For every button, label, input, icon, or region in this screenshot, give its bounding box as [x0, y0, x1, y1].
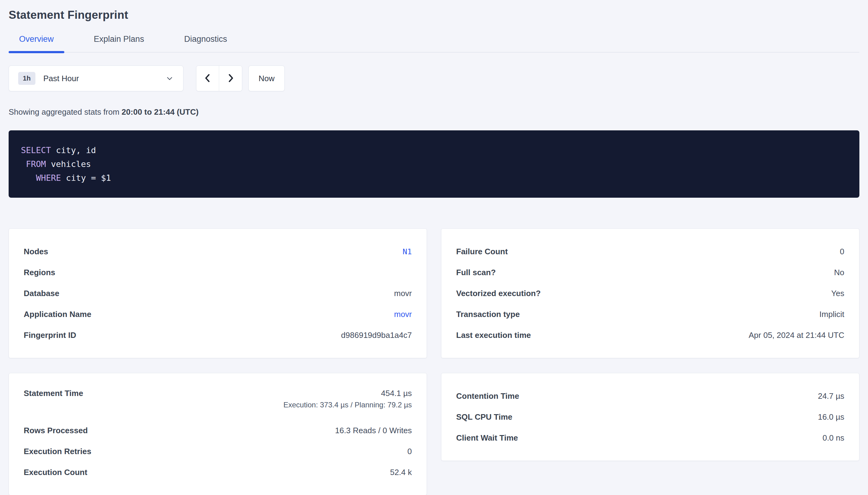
nodes-link[interactable]: N1 — [403, 247, 412, 256]
client-wait-time-value: 0.0 ns — [822, 433, 844, 443]
chevron-right-icon — [226, 73, 235, 84]
sql-text: city, id — [51, 146, 96, 155]
chevron-down-icon — [165, 74, 174, 83]
execution-count-label: Execution Count — [24, 468, 87, 477]
last-execution-value: Apr 05, 2024 at 21:44 UTC — [749, 330, 844, 340]
last-execution-label: Last execution time — [456, 330, 531, 340]
time-toolbar: 1h Past Hour Now — [9, 66, 859, 91]
stat-row-statement-time: Statement Time 454.1 µs Execution: 373.4… — [24, 386, 412, 420]
stats-cards-row: Statement Time 454.1 µs Execution: 373.4… — [9, 373, 859, 495]
regions-label: Regions — [24, 268, 55, 277]
execution-count-value: 52.4 k — [390, 468, 412, 477]
detail-row-database: Database movr — [24, 283, 412, 304]
page-title: Statement Fingerprint — [9, 8, 859, 21]
statement-fingerprint-page: Statement Fingerprint Overview Explain P… — [0, 8, 868, 495]
execution-attributes-card: Failure Count 0 Full scan? No Vectorized… — [441, 228, 859, 358]
stat-row-execution-count: Execution Count 52.4 k — [24, 462, 412, 483]
application-name-label: Application Name — [24, 310, 92, 319]
tab-overview[interactable]: Overview — [9, 34, 64, 52]
details-cards-row: Nodes N1 Regions Database movr Applicati… — [9, 228, 859, 358]
fingerprint-id-value: d986919d9ba1a4c7 — [341, 330, 412, 340]
detail-row-last-execution: Last execution time Apr 05, 2024 at 21:4… — [456, 325, 844, 345]
sql-line: WHERE city = $1 — [21, 171, 847, 185]
detail-row-application-name: Application Name movr — [24, 304, 412, 325]
stat-row-client-wait-time: Client Wait Time 0.0 ns — [456, 427, 844, 448]
execution-retries-label: Execution Retries — [24, 447, 92, 456]
time-range-nav — [196, 66, 242, 91]
sql-keyword: FROM — [26, 159, 46, 169]
contention-time-value: 24.7 µs — [818, 391, 844, 401]
statement-time-breakdown: Execution: 373.4 µs / Planning: 79.2 µs — [283, 400, 412, 409]
transaction-type-value: Implicit — [819, 310, 844, 319]
time-range-select[interactable]: 1h Past Hour — [9, 66, 183, 91]
statement-time-label: Statement Time — [24, 389, 83, 398]
stat-row-contention-time: Contention Time 24.7 µs — [456, 386, 844, 407]
client-wait-time-label: Client Wait Time — [456, 433, 518, 443]
stat-row-rows-processed: Rows Processed 16.3 Reads / 0 Writes — [24, 420, 412, 441]
full-scan-label: Full scan? — [456, 268, 496, 277]
sql-cpu-time-label: SQL CPU Time — [456, 412, 512, 422]
execution-retries-value: 0 — [408, 447, 412, 456]
fingerprint-id-label: Fingerprint ID — [24, 330, 76, 340]
detail-row-regions: Regions — [24, 262, 412, 283]
full-scan-value: No — [834, 268, 844, 277]
tab-bar: Overview Explain Plans Diagnostics — [9, 21, 859, 53]
statement-stats-card: Statement Time 454.1 µs Execution: 373.4… — [9, 373, 427, 495]
nodes-label: Nodes — [24, 247, 48, 256]
detail-row-transaction-type: Transaction type Implicit — [456, 304, 844, 325]
sql-keyword: WHERE — [36, 173, 61, 183]
sql-keyword: SELECT — [21, 146, 51, 155]
rows-processed-value: 16.3 Reads / 0 Writes — [335, 426, 412, 436]
transaction-type-label: Transaction type — [456, 310, 520, 319]
statement-time-value: 454.1 µs — [381, 389, 412, 398]
detail-row-failure-count: Failure Count 0 — [456, 241, 844, 262]
caption-prefix: Showing aggregated stats from — [9, 107, 121, 117]
sql-cpu-time-value: 16.0 µs — [818, 412, 844, 422]
failure-count-value: 0 — [840, 247, 844, 256]
stat-row-execution-retries: Execution Retries 0 — [24, 441, 412, 462]
interval-badge: 1h — [18, 72, 35, 85]
time-range-label: Past Hour — [44, 74, 79, 83]
detail-row-vectorized: Vectorized execution? Yes — [456, 283, 844, 304]
detail-row-nodes: Nodes N1 — [24, 241, 412, 262]
sql-line: FROM vehicles — [21, 157, 847, 171]
vectorized-value: Yes — [831, 289, 844, 298]
wait-time-stats-card: Contention Time 24.7 µs SQL CPU Time 16.… — [441, 373, 859, 461]
contention-time-label: Contention Time — [456, 391, 519, 401]
caption-range: 20:00 to 21:44 (UTC) — [121, 107, 198, 117]
failure-count-label: Failure Count — [456, 247, 508, 256]
now-button[interactable]: Now — [248, 66, 285, 91]
sql-text: vehicles — [46, 159, 91, 169]
detail-row-full-scan: Full scan? No — [456, 262, 844, 283]
detail-row-fingerprint-id: Fingerprint ID d986919d9ba1a4c7 — [24, 325, 412, 345]
sql-statement-box: SELECT city, id FROM vehicles WHERE city… — [9, 130, 859, 198]
rows-processed-label: Rows Processed — [24, 426, 88, 436]
aggregated-stats-caption: Showing aggregated stats from 20:00 to 2… — [9, 107, 859, 117]
application-name-link[interactable]: movr — [394, 310, 412, 319]
next-range-button[interactable] — [219, 66, 242, 91]
sql-text: city = $1 — [61, 173, 111, 183]
prev-range-button[interactable] — [196, 66, 219, 91]
database-label: Database — [24, 289, 60, 298]
vectorized-label: Vectorized execution? — [456, 289, 541, 298]
database-value: movr — [394, 289, 412, 298]
tab-diagnostics[interactable]: Diagnostics — [174, 34, 238, 52]
chevron-left-icon — [203, 73, 212, 84]
stat-row-sql-cpu-time: SQL CPU Time 16.0 µs — [456, 407, 844, 427]
statement-details-card: Nodes N1 Regions Database movr Applicati… — [9, 228, 427, 358]
tab-explain-plans[interactable]: Explain Plans — [83, 34, 155, 52]
sql-line: SELECT city, id — [21, 143, 847, 157]
